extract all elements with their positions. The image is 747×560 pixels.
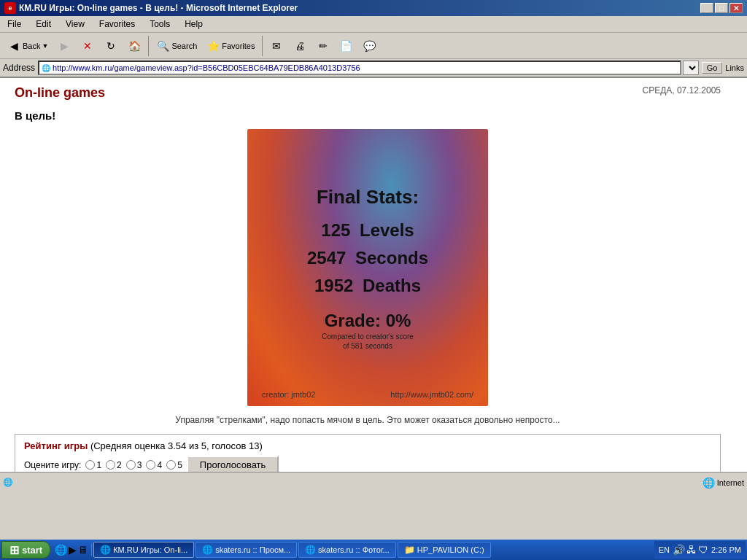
game-canvas-overlay: Final Stats: 125 Levels 2547 Seconds 195… bbox=[247, 129, 488, 406]
radio-input-2[interactable] bbox=[106, 460, 115, 470]
menu-view[interactable]: View bbox=[61, 18, 89, 31]
creator-label: creator: jmtb02 bbox=[262, 390, 315, 399]
game-image-wrap: Final Stats: 125 Levels 2547 Seconds 195… bbox=[15, 129, 721, 406]
rating-title-text: Рейтинг игры bbox=[24, 440, 88, 451]
menu-favorites[interactable]: Favorites bbox=[95, 18, 139, 31]
menu-help[interactable]: Help bbox=[180, 18, 207, 31]
refresh-icon: ↻ bbox=[104, 39, 118, 53]
favorites-button[interactable]: ⭐ Favorites bbox=[202, 36, 258, 55]
stop-icon: ✕ bbox=[80, 39, 95, 53]
levels-stat: 125 Levels bbox=[321, 220, 414, 241]
seconds-stat: 2547 Seconds bbox=[307, 248, 428, 268]
radio-5[interactable]: 5 bbox=[166, 460, 182, 470]
seconds-value: 2547 bbox=[307, 248, 346, 268]
radio-label-2: 2 bbox=[117, 460, 122, 470]
print-button[interactable]: 🖨 bbox=[289, 36, 311, 55]
game-description: Управляя "стрелками", надо попасть мячом… bbox=[15, 415, 721, 425]
status-page-icon: 🌐 bbox=[3, 478, 13, 487]
grade-sub1: Compared to creator's score bbox=[322, 332, 414, 341]
address-input-wrap[interactable]: 🌐 http://www.km.ru/game/gameview.asp?id=… bbox=[38, 61, 681, 75]
radio-input-3[interactable] bbox=[126, 460, 136, 470]
search-button[interactable]: 🔍 Search bbox=[152, 36, 201, 55]
refresh-button[interactable]: ↻ bbox=[100, 36, 122, 55]
levels-label: Levels bbox=[360, 220, 414, 240]
address-bar: Address 🌐 http://www.km.ru/game/gameview… bbox=[0, 59, 747, 78]
seconds-label: Seconds bbox=[355, 248, 428, 268]
creator-line: creator: jmtb02 http://www.jmtb02.com/ bbox=[247, 390, 488, 399]
final-stats-label: Final Stats: bbox=[317, 186, 419, 209]
rating-title: Рейтинг игры (Средняя оценка 3.54 из 5, … bbox=[24, 440, 711, 451]
deaths-stat: 1952 Deaths bbox=[314, 276, 421, 296]
maximize-button[interactable]: □ bbox=[715, 3, 728, 13]
messenger-icon: 💬 bbox=[363, 39, 377, 53]
edit-icon: ✏ bbox=[316, 39, 330, 53]
search-icon: 🔍 bbox=[155, 39, 170, 53]
deaths-value: 1952 bbox=[314, 276, 353, 295]
toolbar-sep-1 bbox=[148, 36, 149, 56]
status-internet: 🌐 Internet bbox=[703, 477, 744, 489]
mail-icon: ✉ bbox=[269, 39, 284, 53]
stop-button[interactable]: ✕ bbox=[77, 36, 98, 55]
back-button[interactable]: ◀ Back ▼ bbox=[3, 36, 52, 55]
print-icon: 🖨 bbox=[293, 39, 307, 53]
site-title: On-line games bbox=[15, 85, 105, 101]
browser-content-area: On-line games СРЕДА, 07.12.2005 В цель! … bbox=[0, 78, 747, 472]
research-button[interactable]: 📄 bbox=[336, 36, 357, 55]
menu-file[interactable]: File bbox=[3, 18, 26, 31]
home-button[interactable]: 🏠 bbox=[123, 36, 145, 55]
levels-value: 125 bbox=[321, 220, 350, 240]
links-button[interactable]: Links bbox=[725, 63, 744, 72]
vote-button[interactable]: Проголосовать bbox=[187, 456, 279, 472]
menu-edit[interactable]: Edit bbox=[31, 18, 55, 31]
messenger-button[interactable]: 💬 bbox=[359, 36, 381, 55]
toolbar-sep-2 bbox=[262, 36, 263, 56]
radio-input-4[interactable] bbox=[146, 460, 155, 470]
game-canvas: Final Stats: 125 Levels 2547 Seconds 195… bbox=[247, 129, 488, 406]
address-url: http://www.km.ru/game/gameview.asp?id=B5… bbox=[53, 63, 360, 72]
game-title: В цель! bbox=[15, 109, 721, 122]
radio-input-5[interactable] bbox=[166, 460, 176, 470]
radio-input-1[interactable] bbox=[85, 460, 95, 470]
date-display: СРЕДА, 07.12.2005 bbox=[642, 85, 721, 96]
radio-3[interactable]: 3 bbox=[126, 460, 142, 470]
menu-bar: File Edit View Favorites Tools Help bbox=[0, 16, 747, 33]
mail-button[interactable]: ✉ bbox=[266, 36, 287, 55]
title-bar: e КМ.RU Игры: On-line games - В цель! - … bbox=[0, 0, 747, 16]
toolbar: ◀ Back ▼ ▶ ✕ ↻ 🏠 🔍 Search ⭐ Favorites ✉ … bbox=[0, 33, 747, 59]
internet-label: Internet bbox=[717, 478, 744, 487]
rate-label: Оцените игру: bbox=[24, 460, 81, 470]
deaths-label: Deaths bbox=[363, 276, 421, 295]
window-title: КМ.RU Игры: On-line games - В цель! - Mi… bbox=[19, 3, 298, 13]
favorites-label: Favorites bbox=[222, 42, 255, 50]
favorites-icon: ⭐ bbox=[206, 39, 220, 53]
radio-1[interactable]: 1 bbox=[85, 460, 101, 470]
window-controls[interactable]: _ □ ✕ bbox=[700, 3, 743, 13]
radio-2[interactable]: 2 bbox=[106, 460, 122, 470]
research-icon: 📄 bbox=[339, 39, 354, 53]
content-body: On-line games СРЕДА, 07.12.2005 В цель! … bbox=[0, 78, 735, 472]
window-icon: e bbox=[4, 2, 16, 14]
search-label: Search bbox=[171, 42, 197, 50]
creator-url: http://www.jmtb02.com/ bbox=[390, 390, 473, 399]
radio-label-3: 3 bbox=[137, 460, 142, 470]
forward-button[interactable]: ▶ bbox=[53, 36, 75, 55]
address-globe-icon: 🌐 bbox=[42, 64, 50, 72]
go-button[interactable]: Go bbox=[702, 62, 723, 74]
forward-icon: ▶ bbox=[57, 39, 71, 53]
internet-icon: 🌐 bbox=[703, 477, 715, 489]
edit-button[interactable]: ✏ bbox=[312, 36, 334, 55]
back-label: Back bbox=[23, 42, 40, 50]
rating-average: (Средняя оценка 3.54 из 5, голосов 13) bbox=[90, 440, 263, 451]
menu-tools[interactable]: Tools bbox=[145, 18, 174, 31]
minimize-button[interactable]: _ bbox=[700, 3, 713, 13]
radio-4[interactable]: 4 bbox=[146, 460, 162, 470]
radio-label-1: 1 bbox=[96, 460, 101, 470]
address-label: Address bbox=[3, 63, 35, 73]
home-icon: 🏠 bbox=[127, 39, 142, 53]
back-dropdown-icon: ▼ bbox=[42, 42, 48, 50]
close-button[interactable]: ✕ bbox=[729, 3, 743, 13]
address-dropdown[interactable] bbox=[683, 61, 699, 75]
status-bar: 🌐 🌐 Internet bbox=[0, 472, 747, 492]
radio-label-5: 5 bbox=[177, 460, 182, 470]
ie-content: On-line games СРЕДА, 07.12.2005 В цель! … bbox=[0, 78, 747, 472]
